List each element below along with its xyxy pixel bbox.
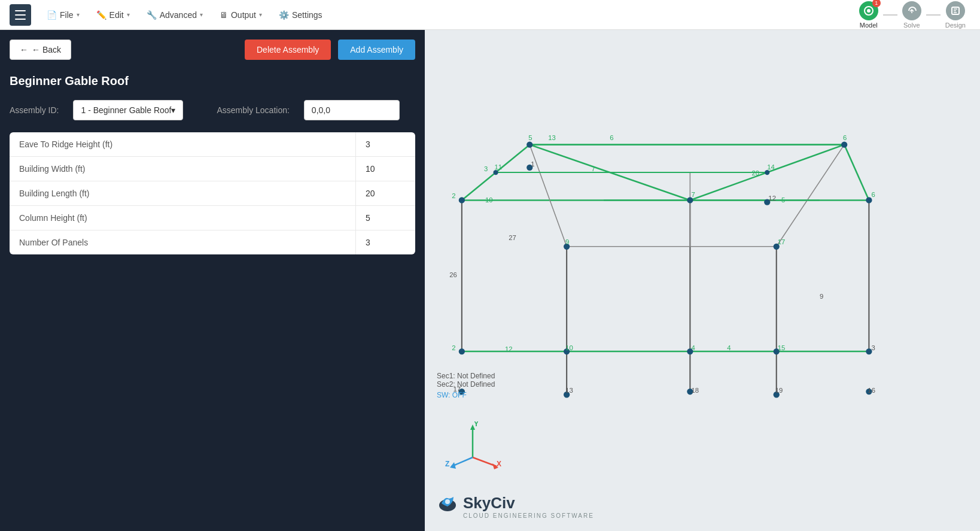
svg-text:4: 4 xyxy=(691,344,695,351)
svg-point-94 xyxy=(445,499,450,504)
workflow-design[interactable]: Design xyxy=(941,1,970,29)
svg-text:13: 13 xyxy=(548,134,556,141)
svg-text:11: 11 xyxy=(495,163,503,171)
sec1-label: Sec1: Not Defined xyxy=(437,372,495,380)
file-icon: 📄 xyxy=(47,10,57,20)
prop-value[interactable]: 3 xyxy=(355,230,415,254)
svg-text:15: 15 xyxy=(778,344,786,351)
advanced-menu[interactable]: 🔧 Advanced ▾ xyxy=(141,7,209,23)
svg-text:7: 7 xyxy=(591,165,595,172)
svg-text:4: 4 xyxy=(727,344,731,351)
edit-icon: ✏️ xyxy=(96,10,106,20)
assembly-form-row: Assembly ID: 1 - Beginner Gable Roof ▾ A… xyxy=(10,100,415,120)
svg-text:3: 3 xyxy=(484,165,488,172)
solve-label: Solve xyxy=(903,22,920,29)
svg-text:9: 9 xyxy=(820,293,823,300)
settings-menu[interactable]: ⚙️ Settings xyxy=(273,7,328,23)
table-row: Eave To Ridge Height (ft) 3 xyxy=(10,132,415,157)
output-label: Output xyxy=(231,10,256,20)
prop-value[interactable]: 10 xyxy=(355,157,415,181)
output-chevron: ▾ xyxy=(259,11,262,18)
axis-indicator: Y X Z xyxy=(443,421,503,471)
assembly-location-input[interactable] xyxy=(304,100,400,120)
file-label: File xyxy=(60,10,74,20)
advanced-icon: 🔧 xyxy=(147,10,157,20)
assembly-id-label: Assembly ID: xyxy=(10,105,59,115)
svg-point-32 xyxy=(459,197,465,203)
svg-text:9: 9 xyxy=(565,238,569,245)
prop-name: Column Height (ft) xyxy=(10,206,355,230)
svg-point-31 xyxy=(841,142,847,148)
table-row: Building Width (ft) 10 xyxy=(10,157,415,181)
workflow-tabs: Model Solve Design xyxy=(854,1,970,29)
skyciv-icon xyxy=(437,492,458,514)
svg-text:2: 2 xyxy=(452,344,455,351)
svg-text:5: 5 xyxy=(528,134,532,141)
svg-text:10: 10 xyxy=(485,196,493,204)
svg-text:6: 6 xyxy=(872,191,875,198)
advanced-label: Advanced xyxy=(160,10,197,20)
svg-text:12: 12 xyxy=(505,345,513,353)
file-menu[interactable]: 📄 File ▾ xyxy=(41,7,86,23)
dropdown-chevron-icon: ▾ xyxy=(171,105,175,115)
svg-text:2: 2 xyxy=(452,192,455,199)
workflow-line-2 xyxy=(926,14,941,16)
back-button[interactable]: ← ← Back xyxy=(10,40,71,60)
output-icon: 🖥 xyxy=(220,10,228,20)
menu-button[interactable] xyxy=(10,4,31,26)
svg-text:7: 7 xyxy=(691,191,695,198)
add-assembly-button[interactable]: Add Assembly xyxy=(338,40,415,60)
skyciv-logo: SkyCiv Cloud Engineering Software xyxy=(437,492,594,519)
svg-text:5: 5 xyxy=(781,196,785,204)
svg-text:Z: Z xyxy=(445,460,449,468)
delete-assembly-button[interactable]: Delete Assembly xyxy=(245,40,331,60)
prop-name: Building Length (ft) xyxy=(10,181,355,205)
assembly-id-value: 1 - Beginner Gable Roof xyxy=(81,105,171,115)
svg-text:10: 10 xyxy=(565,344,573,351)
design-circle xyxy=(946,1,965,20)
workflow-line-1 xyxy=(883,14,897,16)
svg-text:Y: Y xyxy=(474,421,479,428)
prop-value[interactable]: 5 xyxy=(355,206,415,230)
back-icon: ← xyxy=(20,45,28,54)
svg-text:X: X xyxy=(497,460,501,468)
skyciv-sub: Cloud Engineering Software xyxy=(463,512,594,519)
prop-value[interactable]: 20 xyxy=(355,181,415,205)
status-labels: Sec1: Not Defined Sec2: Not Defined SW: … xyxy=(437,372,495,399)
table-row: Number Of Panels 3 xyxy=(10,230,415,254)
svg-text:26: 26 xyxy=(449,271,457,278)
assembly-id-select[interactable]: 1 - Beginner Gable Roof ▾ xyxy=(73,100,183,120)
model-circle xyxy=(859,1,878,20)
workflow-solve[interactable]: Solve xyxy=(897,1,926,29)
main-layout: ← ← Back Delete Assembly Add Assembly Be… xyxy=(0,30,980,531)
table-row: Column Height (ft) 5 xyxy=(10,206,415,230)
svg-text:3: 3 xyxy=(872,344,875,351)
page-title: Beginner Gable Roof xyxy=(10,74,415,88)
design-label: Design xyxy=(945,22,966,29)
prop-name: Number Of Panels xyxy=(10,230,355,254)
svg-text:20: 20 xyxy=(751,169,759,177)
edit-label: Edit xyxy=(109,10,124,20)
skyciv-name: SkyCiv xyxy=(463,494,515,512)
back-label: ← Back xyxy=(32,45,61,54)
structure-svg: 5 6 13 11 14 2 7 6 9 17 2 10 4 15 17 13 … xyxy=(425,30,980,531)
solve-circle xyxy=(902,1,921,20)
prop-name: Building Width (ft) xyxy=(10,157,355,181)
edit-menu[interactable]: ✏️ Edit ▾ xyxy=(90,7,136,23)
table-row: Building Length (ft) 20 xyxy=(10,181,415,206)
svg-text:14: 14 xyxy=(767,163,775,171)
svg-text:12: 12 xyxy=(768,195,776,202)
file-chevron: ▾ xyxy=(77,11,80,18)
svg-text:6: 6 xyxy=(843,134,847,141)
svg-text:27: 27 xyxy=(509,234,516,241)
svg-marker-91 xyxy=(450,462,456,469)
svg-text:1: 1 xyxy=(531,160,534,168)
svg-text:18: 18 xyxy=(691,387,699,394)
model-label: Model xyxy=(860,22,878,29)
output-menu[interactable]: 🖥 Output ▾ xyxy=(214,7,268,23)
prop-value[interactable]: 3 xyxy=(355,132,415,156)
workflow-model[interactable]: Model xyxy=(854,1,883,29)
sw-label: SW: OFF xyxy=(437,391,495,399)
viewport-canvas: 5 6 13 11 14 2 7 6 9 17 2 10 4 15 17 13 … xyxy=(425,30,980,531)
sec2-label: Sec2: Not Defined xyxy=(437,380,495,389)
